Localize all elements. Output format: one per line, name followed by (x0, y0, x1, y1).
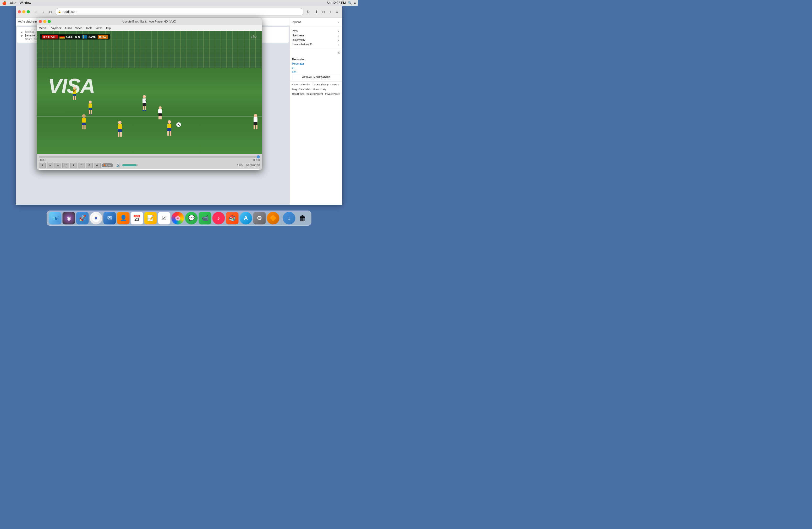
svg-point-3 (54, 218, 54, 218)
vlc-menu-help[interactable]: Help (105, 27, 111, 30)
vlc-title-input[interactable] (39, 169, 260, 170)
mail-icon[interactable]: ✉ (337, 50, 340, 55)
vlc-menu-view[interactable]: View (95, 27, 102, 30)
comment-share-btn[interactable]: Share (25, 38, 32, 41)
menu-wine[interactable]: wine (10, 1, 16, 5)
dock-launchpad[interactable]: 🚀 (76, 212, 89, 224)
dock-notes[interactable]: 📝 (144, 212, 157, 224)
sidebar-toggle-btn[interactable]: ≡ (334, 9, 340, 15)
menubar-search-icon[interactable]: 🔍 (348, 1, 352, 5)
vlc-volume-slider[interactable] (122, 164, 138, 166)
launchpad-icon: 🚀 (79, 215, 86, 222)
vlc-seekbar[interactable] (39, 156, 260, 158)
vlc-rewind-btn[interactable]: ⏮ (47, 163, 54, 168)
footer-press[interactable]: Press (314, 88, 320, 91)
vlc-fullscreen-btn2[interactable]: ⛶ (62, 163, 69, 168)
menubar-control-icon[interactable]: ≡ (354, 1, 356, 5)
finder-icon (51, 214, 59, 222)
mail-dock-icon: ✉ (107, 215, 112, 222)
live-dot (104, 164, 105, 166)
dock-ibooks[interactable]: 📚 (226, 212, 238, 224)
sidebar-correctly-label: ls correctly (293, 39, 305, 41)
dock-trash[interactable]: 🗑 (296, 212, 309, 224)
vlc-pause2-btn[interactable]: ⏸ (70, 163, 77, 168)
vlc-list-btn[interactable]: ☰ (78, 163, 85, 168)
vlc-close-btn[interactable] (39, 20, 42, 23)
browser-minimize-btn[interactable] (22, 10, 25, 13)
facetime-icon: 📹 (201, 215, 208, 222)
player-white-edge (253, 114, 258, 129)
browser-fullscreen-btn[interactable] (27, 10, 30, 13)
mod-item-3[interactable]: ator (292, 70, 340, 74)
footer-reddit-gold[interactable]: Reddit Gold (299, 88, 311, 91)
vlc-menu-media[interactable]: Media (39, 27, 47, 30)
dock-facetime[interactable]: 📹 (199, 212, 212, 224)
sidebar-item-livestream[interactable]: livestream ∨ (293, 33, 339, 38)
live-label: Live (106, 164, 111, 167)
contacts-icon: 👤 (120, 215, 127, 222)
dock-appstore[interactable]: A (240, 212, 252, 224)
footer-careers[interactable]: Careers (331, 83, 339, 86)
dock-mail[interactable]: ✉ (103, 212, 116, 224)
vlc-time-right: 00:00 (253, 159, 260, 162)
dock-siri[interactable]: ◉ (62, 212, 75, 224)
footer-blog[interactable]: Blog (292, 88, 297, 91)
browser-forward-btn[interactable]: › (40, 9, 46, 15)
browser-back-btn[interactable]: ‹ (33, 9, 39, 15)
dock-calendar[interactable]: JUN 23 (131, 212, 143, 224)
vlc-prev-btn[interactable]: ⏭ (55, 163, 61, 168)
vlc-seek-handle[interactable] (257, 155, 260, 159)
vlc-minimize-btn[interactable] (43, 20, 46, 23)
sidebar-item-options[interactable]: options ∨ (293, 20, 339, 24)
vlc-menu-tools[interactable]: Tools (86, 27, 92, 30)
footer-privacy-policy[interactable]: Privacy Policy (325, 93, 340, 95)
vlc-video-area[interactable]: VISA 13 (37, 31, 262, 154)
menu-items: wine Window (10, 1, 31, 5)
vlc-play-pause-btn[interactable]: ⏸ (39, 163, 46, 168)
footer-links: About Advertise The Reddit App Careers B… (290, 82, 342, 97)
dock-photos[interactable]: 🌸 (172, 212, 184, 224)
vlc-menu-audio[interactable]: Audio (65, 27, 72, 30)
dock-safari[interactable] (90, 212, 102, 224)
footer-advertise[interactable]: Advertise (301, 83, 310, 86)
volume-icon[interactable]: 🔊 (116, 163, 121, 167)
vlc-title-bar-bottom (39, 169, 260, 170)
dock-downloads[interactable]: ↓ (283, 212, 295, 224)
sidebar-item-correctly[interactable]: ls correctly ∨ (293, 38, 339, 42)
vlc-fullscreen-btn[interactable] (48, 20, 51, 23)
mod-item-2[interactable]: or (292, 66, 340, 70)
tab-btn[interactable]: ⊡ (321, 9, 327, 15)
dock-contacts[interactable]: 👤 (117, 212, 130, 224)
footer-about[interactable]: About (292, 83, 298, 86)
upvote-btn[interactable]: ▲ (20, 30, 24, 34)
dock-vlc[interactable]: 🔶 (267, 212, 279, 224)
footer-content-policy[interactable]: Content Policy | (306, 93, 323, 95)
dock-reminders[interactable]: ☑ (158, 212, 171, 224)
mod-item-1[interactable]: Moderator (292, 62, 340, 66)
player-yellow-2: 17 (73, 87, 76, 100)
view-all-mods-btn[interactable]: VIEW ALL MODERATORS (292, 75, 340, 80)
downvote-btn[interactable]: ▼ (20, 34, 24, 38)
footer-reddit-gifts[interactable]: Reddit Gifts (292, 93, 304, 95)
apple-logo[interactable]: 🍎 (2, 1, 6, 5)
browser-view-btn[interactable]: ⊡ (48, 9, 54, 15)
vlc-loop-btn[interactable]: ↺ (86, 163, 93, 168)
vlc-menu-playback[interactable]: Playback (50, 27, 61, 30)
dock-messages[interactable]: 💬 (185, 212, 198, 224)
address-bar[interactable]: 🔒 reddit.com (55, 8, 304, 15)
vlc-shuffle-btn[interactable]: ⇄ (94, 163, 101, 168)
footer-app[interactable]: The Reddit App (312, 83, 329, 86)
sidebar-item-hms[interactable]: hms ∨ (293, 29, 339, 33)
menu-window[interactable]: Window (20, 1, 31, 5)
browser-close-btn[interactable] (18, 10, 21, 13)
sidebar-item-threads[interactable]: hreads before 30 ∨ (293, 42, 339, 47)
share-btn[interactable]: ⬆ (314, 9, 320, 15)
dock-itunes[interactable]: ♪ (213, 212, 225, 224)
dock-syspref[interactable]: ⚙ (253, 212, 266, 224)
dock-finder[interactable] (49, 212, 61, 224)
mac-dock: ◉ 🚀 ✉ 👤 JUN 23 📝 ☑ 🌸 💬 📹 (47, 210, 311, 226)
vlc-menu-video[interactable]: Video (75, 27, 83, 30)
reload-btn[interactable]: ↻ (305, 9, 311, 15)
new-tab-btn[interactable]: + (328, 9, 333, 15)
footer-help[interactable]: Help (322, 88, 327, 91)
